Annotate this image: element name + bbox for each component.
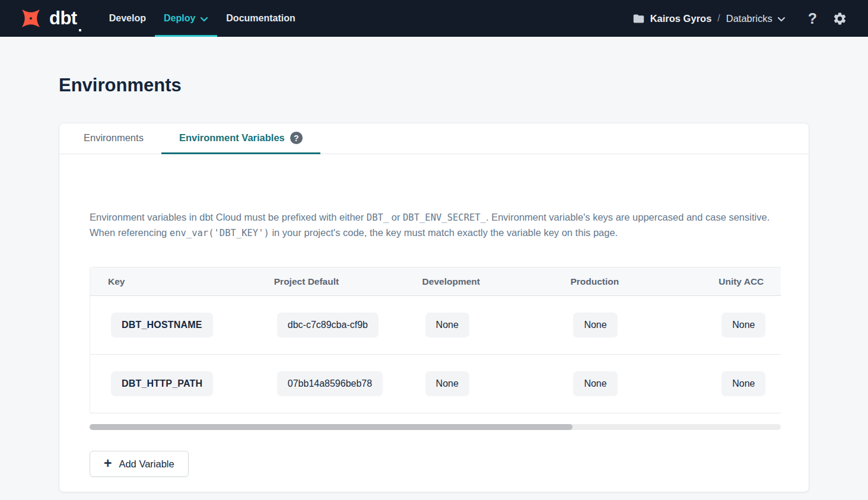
nav-item-deploy[interactable]: Deploy: [155, 0, 217, 37]
unity-acc-value-chip[interactable]: None: [721, 371, 765, 396]
tab-label: Environments: [84, 132, 144, 144]
code-dbt-env-secret-prefix: DBT_ENV_SECRET_: [403, 212, 486, 223]
page-content: Environments Environments Environment Va…: [0, 37, 868, 492]
nav-item-develop[interactable]: Develop: [100, 0, 155, 37]
variables-table: Key Project Default Development Producti…: [90, 267, 781, 413]
environment-name: Databricks: [726, 13, 772, 24]
variables-table-viewport: Key Project Default Development Producti…: [90, 267, 781, 413]
project-default-value-chip[interactable]: 07bb14a8596beb78: [277, 371, 383, 396]
description-text: in your project's code, the key must mat…: [269, 227, 618, 238]
horizontal-scrollbar-thumb[interactable]: [90, 424, 573, 430]
brand-trademark-dot: [79, 29, 81, 31]
gear-icon[interactable]: [832, 11, 847, 26]
horizontal-scrollbar-track[interactable]: [90, 424, 781, 430]
environments-card: Environments Environment Variables ? Env…: [59, 123, 809, 492]
unity-acc-value-chip[interactable]: None: [721, 313, 765, 337]
development-value-chip[interactable]: None: [425, 313, 469, 337]
help-icon[interactable]: ?: [808, 11, 817, 26]
table-row: DBT_HOSTNAME dbc-c7c89cba-cf9b None None…: [90, 296, 781, 355]
nav-item-label: Develop: [109, 13, 146, 24]
variable-key-chip[interactable]: DBT_HOSTNAME: [111, 313, 213, 337]
nav-item-documentation[interactable]: Documentation: [217, 0, 304, 37]
description-text: Environment variables in dbt Cloud must …: [90, 212, 367, 222]
tab-help-icon[interactable]: ?: [290, 132, 303, 144]
code-dbt-prefix: DBT_: [367, 212, 389, 223]
variable-key-chip[interactable]: DBT_HTTP_PATH: [111, 371, 213, 396]
page-title: Environments: [59, 74, 809, 97]
description-text: or: [389, 212, 403, 222]
table-header-row: Key Project Default Development Producti…: [90, 267, 781, 296]
add-variable-label: Add Variable: [119, 458, 174, 470]
tab-environments[interactable]: Environments: [66, 123, 161, 154]
column-header-unity-acc: Unity ACC: [701, 276, 781, 287]
tab-panel-environment-variables: Environment variables in dbt Cloud must …: [59, 154, 809, 477]
nav-item-label: Deploy: [164, 13, 195, 24]
development-value-chip[interactable]: None: [425, 371, 469, 396]
nav-item-label: Documentation: [226, 13, 295, 24]
project-default-value-chip[interactable]: dbc-c7c89cba-cf9b: [277, 313, 379, 337]
tab-bar: Environments Environment Variables ?: [59, 123, 809, 154]
tab-label: Environment Variables: [179, 132, 285, 144]
column-header-development: Development: [405, 276, 553, 287]
plus-icon: +: [104, 457, 112, 470]
top-nav-bar: dbt Develop Deploy Documentation Kairos …: [0, 0, 868, 37]
breadcrumb-separator: /: [717, 13, 720, 24]
folder-icon: [632, 12, 645, 25]
column-header-key: Key: [90, 276, 256, 287]
nav-right-section: Kairos Gyros / Databricks ?: [632, 0, 847, 37]
column-header-project-default: Project Default: [256, 276, 405, 287]
production-value-chip[interactable]: None: [573, 371, 617, 396]
tab-environment-variables[interactable]: Environment Variables ?: [161, 123, 320, 154]
table-row: DBT_HTTP_PATH 07bb14a8596beb78 None None…: [90, 355, 781, 413]
production-value-chip[interactable]: None: [573, 313, 617, 337]
add-variable-button[interactable]: + Add Variable: [90, 451, 189, 477]
project-name: Kairos Gyros: [650, 13, 712, 24]
column-header-production: Production: [552, 276, 701, 287]
chevron-down-icon: [200, 17, 208, 22]
account-switcher[interactable]: Kairos Gyros / Databricks: [632, 12, 786, 25]
primary-nav: Develop Deploy Documentation: [100, 0, 304, 37]
code-env-var-example: env_var('DBT_KEY'): [170, 228, 269, 238]
chevron-down-icon: [777, 17, 786, 22]
env-vars-description: Environment variables in dbt Cloud must …: [90, 210, 779, 241]
brand-name: dbt: [49, 5, 77, 31]
dbt-logo[interactable]: dbt: [18, 0, 81, 37]
dbt-logo-icon: [18, 5, 44, 31]
